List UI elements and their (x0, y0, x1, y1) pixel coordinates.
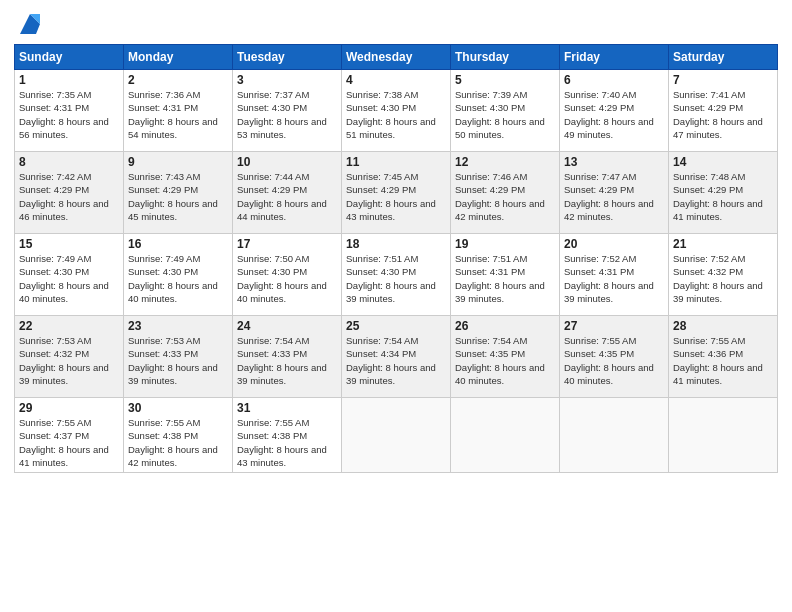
day-info: Sunrise: 7:36 AM Sunset: 4:31 PM Dayligh… (128, 88, 228, 141)
sunset-label: Sunset: 4:33 PM (128, 348, 198, 359)
sunrise-label: Sunrise: 7:42 AM (19, 171, 91, 182)
calendar-table: SundayMondayTuesdayWednesdayThursdayFrid… (14, 44, 778, 473)
sunrise-label: Sunrise: 7:54 AM (237, 335, 309, 346)
sunrise-label: Sunrise: 7:40 AM (564, 89, 636, 100)
calendar-cell (560, 398, 669, 473)
sunrise-label: Sunrise: 7:41 AM (673, 89, 745, 100)
daylight-label: Daylight: 8 hours and 56 minutes. (19, 116, 109, 140)
day-info: Sunrise: 7:55 AM Sunset: 4:38 PM Dayligh… (128, 416, 228, 469)
calendar-cell: 10 Sunrise: 7:44 AM Sunset: 4:29 PM Dayl… (233, 152, 342, 234)
sunrise-label: Sunrise: 7:48 AM (673, 171, 745, 182)
day-number: 11 (346, 155, 446, 169)
sunrise-label: Sunrise: 7:52 AM (673, 253, 745, 264)
calendar-week-row: 29 Sunrise: 7:55 AM Sunset: 4:37 PM Dayl… (15, 398, 778, 473)
weekday-header: Sunday (15, 45, 124, 70)
daylight-label: Daylight: 8 hours and 51 minutes. (346, 116, 436, 140)
sunrise-label: Sunrise: 7:55 AM (128, 417, 200, 428)
day-number: 19 (455, 237, 555, 251)
calendar-cell: 8 Sunrise: 7:42 AM Sunset: 4:29 PM Dayli… (15, 152, 124, 234)
day-number: 21 (673, 237, 773, 251)
daylight-label: Daylight: 8 hours and 40 minutes. (128, 280, 218, 304)
calendar-cell (451, 398, 560, 473)
calendar-week-row: 22 Sunrise: 7:53 AM Sunset: 4:32 PM Dayl… (15, 316, 778, 398)
calendar-cell: 22 Sunrise: 7:53 AM Sunset: 4:32 PM Dayl… (15, 316, 124, 398)
sunset-label: Sunset: 4:35 PM (564, 348, 634, 359)
daylight-label: Daylight: 8 hours and 41 minutes. (673, 362, 763, 386)
weekday-header: Wednesday (342, 45, 451, 70)
day-info: Sunrise: 7:39 AM Sunset: 4:30 PM Dayligh… (455, 88, 555, 141)
calendar-cell: 21 Sunrise: 7:52 AM Sunset: 4:32 PM Dayl… (669, 234, 778, 316)
calendar-cell: 1 Sunrise: 7:35 AM Sunset: 4:31 PM Dayli… (15, 70, 124, 152)
daylight-label: Daylight: 8 hours and 41 minutes. (19, 444, 109, 468)
sunset-label: Sunset: 4:30 PM (346, 102, 416, 113)
calendar-cell: 26 Sunrise: 7:54 AM Sunset: 4:35 PM Dayl… (451, 316, 560, 398)
weekday-header: Monday (124, 45, 233, 70)
sunrise-label: Sunrise: 7:51 AM (346, 253, 418, 264)
calendar-week-row: 15 Sunrise: 7:49 AM Sunset: 4:30 PM Dayl… (15, 234, 778, 316)
calendar-cell: 23 Sunrise: 7:53 AM Sunset: 4:33 PM Dayl… (124, 316, 233, 398)
sunrise-label: Sunrise: 7:39 AM (455, 89, 527, 100)
sunset-label: Sunset: 4:37 PM (19, 430, 89, 441)
sunrise-label: Sunrise: 7:46 AM (455, 171, 527, 182)
day-number: 4 (346, 73, 446, 87)
day-number: 31 (237, 401, 337, 415)
sunset-label: Sunset: 4:36 PM (673, 348, 743, 359)
weekday-header: Thursday (451, 45, 560, 70)
day-number: 15 (19, 237, 119, 251)
sunrise-label: Sunrise: 7:45 AM (346, 171, 418, 182)
day-info: Sunrise: 7:50 AM Sunset: 4:30 PM Dayligh… (237, 252, 337, 305)
day-number: 10 (237, 155, 337, 169)
day-info: Sunrise: 7:54 AM Sunset: 4:35 PM Dayligh… (455, 334, 555, 387)
sunrise-label: Sunrise: 7:49 AM (128, 253, 200, 264)
calendar-cell: 15 Sunrise: 7:49 AM Sunset: 4:30 PM Dayl… (15, 234, 124, 316)
day-number: 17 (237, 237, 337, 251)
calendar-cell: 31 Sunrise: 7:55 AM Sunset: 4:38 PM Dayl… (233, 398, 342, 473)
calendar-cell: 3 Sunrise: 7:37 AM Sunset: 4:30 PM Dayli… (233, 70, 342, 152)
daylight-label: Daylight: 8 hours and 47 minutes. (673, 116, 763, 140)
day-number: 13 (564, 155, 664, 169)
sunset-label: Sunset: 4:29 PM (673, 102, 743, 113)
page: SundayMondayTuesdayWednesdayThursdayFrid… (0, 0, 792, 612)
sunrise-label: Sunrise: 7:55 AM (673, 335, 745, 346)
daylight-label: Daylight: 8 hours and 39 minutes. (128, 362, 218, 386)
day-number: 2 (128, 73, 228, 87)
day-number: 20 (564, 237, 664, 251)
day-number: 22 (19, 319, 119, 333)
logo (14, 10, 44, 38)
calendar-cell: 25 Sunrise: 7:54 AM Sunset: 4:34 PM Dayl… (342, 316, 451, 398)
sunrise-label: Sunrise: 7:54 AM (346, 335, 418, 346)
day-number: 6 (564, 73, 664, 87)
sunset-label: Sunset: 4:31 PM (564, 266, 634, 277)
sunset-label: Sunset: 4:34 PM (346, 348, 416, 359)
daylight-label: Daylight: 8 hours and 40 minutes. (564, 362, 654, 386)
sunset-label: Sunset: 4:32 PM (673, 266, 743, 277)
daylight-label: Daylight: 8 hours and 54 minutes. (128, 116, 218, 140)
daylight-label: Daylight: 8 hours and 53 minutes. (237, 116, 327, 140)
sunset-label: Sunset: 4:31 PM (455, 266, 525, 277)
daylight-label: Daylight: 8 hours and 39 minutes. (455, 280, 545, 304)
daylight-label: Daylight: 8 hours and 40 minutes. (237, 280, 327, 304)
sunrise-label: Sunrise: 7:53 AM (128, 335, 200, 346)
daylight-label: Daylight: 8 hours and 43 minutes. (237, 444, 327, 468)
daylight-label: Daylight: 8 hours and 39 minutes. (237, 362, 327, 386)
calendar-cell: 4 Sunrise: 7:38 AM Sunset: 4:30 PM Dayli… (342, 70, 451, 152)
weekday-header: Tuesday (233, 45, 342, 70)
sunset-label: Sunset: 4:30 PM (19, 266, 89, 277)
calendar-cell: 20 Sunrise: 7:52 AM Sunset: 4:31 PM Dayl… (560, 234, 669, 316)
daylight-label: Daylight: 8 hours and 42 minutes. (564, 198, 654, 222)
day-number: 16 (128, 237, 228, 251)
day-number: 3 (237, 73, 337, 87)
logo-icon (16, 10, 44, 38)
sunrise-label: Sunrise: 7:53 AM (19, 335, 91, 346)
day-number: 23 (128, 319, 228, 333)
day-info: Sunrise: 7:53 AM Sunset: 4:33 PM Dayligh… (128, 334, 228, 387)
day-info: Sunrise: 7:55 AM Sunset: 4:36 PM Dayligh… (673, 334, 773, 387)
day-info: Sunrise: 7:40 AM Sunset: 4:29 PM Dayligh… (564, 88, 664, 141)
sunset-label: Sunset: 4:30 PM (237, 102, 307, 113)
day-info: Sunrise: 7:49 AM Sunset: 4:30 PM Dayligh… (128, 252, 228, 305)
daylight-label: Daylight: 8 hours and 41 minutes. (673, 198, 763, 222)
sunset-label: Sunset: 4:29 PM (673, 184, 743, 195)
daylight-label: Daylight: 8 hours and 43 minutes. (346, 198, 436, 222)
day-number: 28 (673, 319, 773, 333)
calendar-cell: 5 Sunrise: 7:39 AM Sunset: 4:30 PM Dayli… (451, 70, 560, 152)
